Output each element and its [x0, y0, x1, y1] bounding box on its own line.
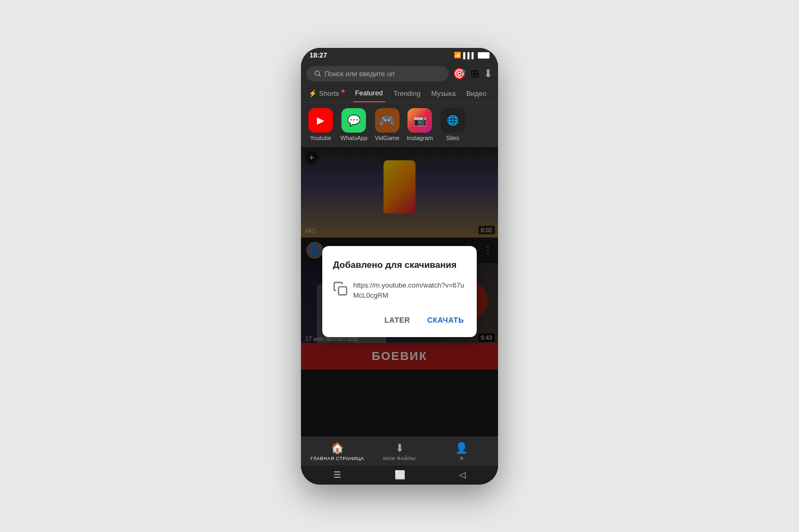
- dialog-actions: LATER СКАЧАТЬ: [333, 312, 466, 329]
- tab-music[interactable]: Музыка: [429, 85, 458, 102]
- copy-icon: [333, 281, 348, 296]
- phone-screen: 18:27 📶 ▌▌▌ 47 Поиск или введите url 🎯: [301, 48, 498, 485]
- nav-me-label: Я: [460, 456, 463, 461]
- app-icon-vidgame[interactable]: 🎮 VidGame: [375, 108, 399, 141]
- signal-icon: ▌▌▌: [463, 52, 476, 59]
- nav-item-me[interactable]: 👤 Я: [430, 441, 493, 461]
- system-bar: ☰ ⬜ ◁: [301, 465, 498, 485]
- download-dialog: Добавлено для скачивания https://m.youtu…: [322, 246, 477, 337]
- quick-tabs: ⚡ Shorts Featured Trending Музыка Видео: [301, 85, 498, 103]
- app-icon-whatsapp[interactable]: 💬 WhatsApp: [340, 108, 368, 141]
- tab-shorts[interactable]: ⚡ Shorts: [306, 85, 347, 102]
- app-icon-instagram[interactable]: 📷 Instagram: [407, 108, 433, 141]
- wifi-icon: 📶: [454, 52, 461, 59]
- status-icons: 📶 ▌▌▌ 47: [454, 52, 490, 59]
- profile-icon: 👤: [455, 441, 468, 454]
- shorts-dot: [341, 89, 345, 93]
- nav-item-files[interactable]: ⬇ МОИ ФАЙЛЫ: [369, 441, 431, 461]
- battery-icon: 47: [478, 52, 490, 59]
- dialog-overlay: Добавлено для скачивания https://m.youtu…: [301, 147, 498, 437]
- app-icon-youtube[interactable]: ▶ Youtube: [308, 108, 333, 141]
- youtube-icon: ▶: [308, 108, 333, 133]
- app-icons-row: ▶ Youtube 💬 WhatsApp 🎮 VidGame 📷: [301, 103, 498, 147]
- files-icon: ⬇: [395, 441, 404, 454]
- back-btn[interactable]: ◁: [459, 470, 466, 480]
- nav-item-home[interactable]: 🏠 ГЛАВНАЯ СТРАНИЦА: [306, 441, 369, 461]
- search-icon: [314, 70, 321, 77]
- apps-icon[interactable]: ⊞: [470, 67, 479, 80]
- svg-line-1: [319, 75, 321, 77]
- status-bar: 18:27 📶 ▌▌▌ 47: [301, 48, 498, 63]
- svg-rect-2: [339, 287, 347, 294]
- tab-video[interactable]: Видео: [464, 85, 488, 102]
- later-button[interactable]: LATER: [382, 312, 412, 329]
- content-area: + 843 8:02 👤 не ⋮: [301, 147, 498, 437]
- toolbar-icons: 🎯 ⊞ ⬇: [453, 67, 493, 80]
- phone-frame: 18:27 📶 ▌▌▌ 47 Поиск или введите url 🎯: [301, 48, 498, 485]
- instagram-icon: 📷: [407, 108, 432, 133]
- home-btn[interactable]: ⬜: [395, 470, 405, 480]
- nav-files-label: МОИ ФАЙЛЫ: [384, 456, 416, 461]
- search-input-area[interactable]: Поиск или введите url: [306, 66, 449, 81]
- nav-home-label: ГЛАВНАЯ СТРАНИЦА: [311, 456, 364, 461]
- dialog-title: Добавлено для скачивания: [333, 259, 466, 272]
- download-button[interactable]: СКАЧАТЬ: [425, 312, 466, 329]
- vidgame-icon: 🎮: [375, 108, 399, 133]
- whatsapp-icon: 💬: [341, 108, 366, 133]
- menu-btn[interactable]: ☰: [333, 470, 341, 480]
- dialog-url: https://m.youtube.com/watch?v=67uMcL0cgR…: [353, 280, 466, 301]
- dialog-url-row: https://m.youtube.com/watch?v=67uMcL0cgR…: [333, 280, 466, 301]
- shorts-lightning-icon: ⚡: [308, 89, 317, 97]
- bottom-nav: 🏠 ГЛАВНАЯ СТРАНИЦА ⬇ МОИ ФАЙЛЫ 👤 Я: [301, 437, 498, 465]
- download-icon[interactable]: ⬇: [484, 67, 493, 80]
- tab-featured[interactable]: Featured: [353, 85, 385, 102]
- app-icon-sites[interactable]: 🌐 Sites: [441, 108, 465, 141]
- tab-trending[interactable]: Trending: [392, 85, 423, 102]
- home-icon: 🏠: [331, 441, 344, 454]
- avatar-icon[interactable]: 🎯: [453, 67, 466, 80]
- search-placeholder: Поиск или введите url: [324, 70, 395, 78]
- search-bar: Поиск или введите url 🎯 ⊞ ⬇: [301, 63, 498, 85]
- svg-point-0: [315, 71, 319, 75]
- status-time: 18:27: [309, 51, 327, 59]
- sites-icon: 🌐: [441, 108, 465, 133]
